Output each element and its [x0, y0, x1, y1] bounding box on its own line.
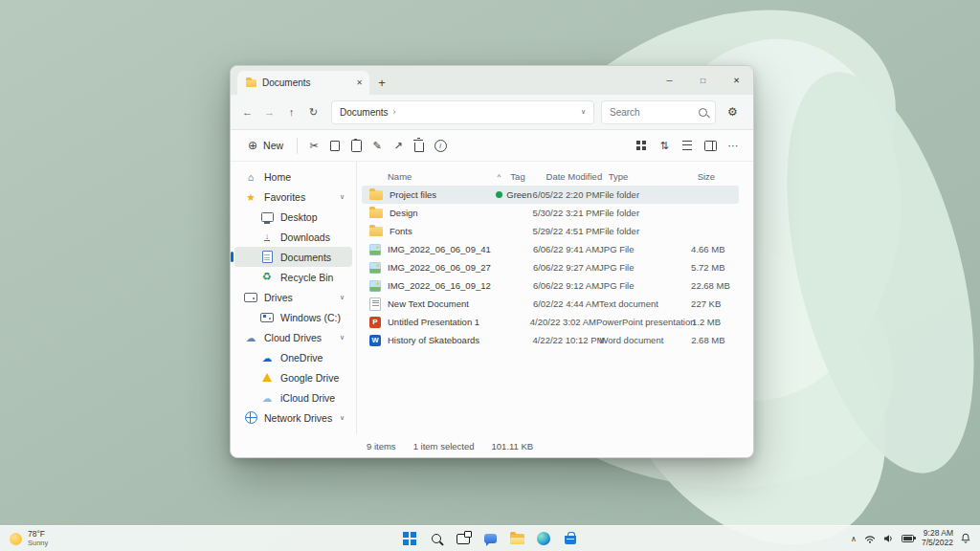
status-selected-size: 101.11 KB: [492, 441, 534, 452]
delete-button[interactable]: [409, 134, 430, 157]
address-bar[interactable]: Documents › ∨: [331, 100, 594, 124]
status-selected-count: 1 item selected: [413, 441, 475, 452]
panel-icon: [704, 141, 717, 151]
taskbar-clock[interactable]: 9:28 AM 7/5/2022: [922, 529, 953, 548]
see-more-button[interactable]: ⋯: [723, 134, 744, 157]
file-explorer-icon: [510, 534, 524, 544]
file-row[interactable]: WHistory of Skateboards 4/22/22 10:12 PM…: [362, 331, 739, 349]
folder-icon: [369, 227, 383, 236]
file-row[interactable]: Fonts 5/29/22 4:51 PM File folder: [362, 222, 739, 240]
column-tag[interactable]: Tag: [510, 171, 546, 182]
sidebar-item-downloads[interactable]: ↓ Downloads: [234, 227, 352, 247]
text-file-icon: [369, 298, 381, 311]
rename-icon: ✎: [372, 140, 381, 152]
select-button[interactable]: [631, 134, 652, 157]
file-explorer-button[interactable]: [508, 530, 525, 547]
file-row[interactable]: IMG_2022_06_06_09_41 6/06/22 9:41 AM JPG…: [362, 240, 739, 258]
file-row[interactable]: IMG_2022_06_06_09_27 6/06/22 9:27 AM JPG…: [362, 258, 739, 276]
sidebar-section-drives[interactable]: Drives ∨: [234, 287, 352, 307]
copy-button[interactable]: [324, 134, 345, 157]
window-body: ⌂ Home ★ Favorites ∨ Desktop ↓ Downloads…: [231, 162, 753, 434]
wifi-icon[interactable]: [864, 530, 876, 547]
file-row[interactable]: Design 5/30/22 3:21 PM File folder: [362, 204, 739, 222]
new-button[interactable]: ⊕ New: [240, 134, 291, 157]
tab-documents[interactable]: Documents ✕: [237, 71, 369, 95]
sidebar-item-windows-c[interactable]: Windows (C:): [234, 307, 352, 327]
column-date-modified[interactable]: Date Modified: [546, 171, 609, 182]
sidebar-item-documents[interactable]: Documents: [234, 247, 352, 267]
powerpoint-file-icon: P: [369, 317, 381, 328]
volume-icon[interactable]: [883, 530, 894, 547]
refresh-button[interactable]: ↻: [302, 101, 324, 123]
file-row[interactable]: Project files Green 6/05/22 2:20 PM File…: [362, 186, 739, 204]
details-pane-button[interactable]: [700, 134, 721, 157]
notification-bell-icon[interactable]: [961, 530, 970, 547]
settings-button[interactable]: ⚙: [722, 101, 744, 123]
sidebar-item-google-drive[interactable]: Google Drive: [234, 367, 352, 387]
sidebar-item-recycle-bin[interactable]: ♻ Recycle Bin: [234, 267, 352, 287]
folder-icon: [369, 190, 383, 200]
tray-chevron-up-icon[interactable]: ∧: [851, 535, 857, 543]
sort-button[interactable]: ⇅: [654, 134, 675, 157]
column-name[interactable]: Name ^: [369, 171, 510, 182]
new-tab-button[interactable]: +: [369, 71, 394, 95]
grid-icon: [636, 141, 640, 144]
cut-button[interactable]: ✂: [303, 134, 324, 157]
share-icon: ↗: [393, 140, 402, 152]
clock-date: 7/5/2022: [922, 539, 953, 548]
properties-button[interactable]: i: [430, 134, 451, 157]
rename-button[interactable]: ✎: [367, 134, 388, 157]
chat-button[interactable]: [481, 530, 499, 547]
maximize-button[interactable]: □: [686, 66, 720, 94]
start-button[interactable]: [401, 530, 418, 547]
tab-close-button[interactable]: ✕: [356, 78, 363, 87]
file-row[interactable]: New Text Document 6/02/22 4:44 AM Text d…: [362, 295, 739, 313]
column-type[interactable]: Type: [609, 171, 698, 182]
file-row[interactable]: PUntitled Presentation 1 4/20/22 3:02 AM…: [362, 313, 739, 331]
sidebar-item-onedrive[interactable]: ☁ OneDrive: [234, 347, 352, 367]
task-view-button[interactable]: [455, 530, 472, 547]
battery-icon[interactable]: [902, 535, 914, 542]
copy-icon: [330, 141, 340, 151]
sort-icon: ⇅: [659, 140, 668, 152]
chevron-down-icon[interactable]: ∨: [340, 414, 345, 422]
store-button[interactable]: [562, 530, 579, 547]
chat-icon: [484, 534, 497, 543]
weather-widget[interactable]: 78°F Sunny: [10, 530, 48, 547]
view-button[interactable]: [677, 134, 698, 157]
sidebar-section-favorites[interactable]: ★ Favorites ∨: [234, 187, 352, 207]
share-button[interactable]: ↗: [388, 134, 409, 157]
forward-button[interactable]: →: [258, 101, 280, 123]
icloud-icon: ☁: [260, 391, 274, 405]
star-icon: ★: [244, 190, 257, 204]
search-input[interactable]: Search: [601, 100, 716, 124]
breadcrumb[interactable]: Documents: [340, 107, 389, 118]
sort-ascending-icon: ^: [498, 172, 501, 181]
minimize-button[interactable]: ─: [653, 66, 686, 94]
sidebar-item-desktop[interactable]: Desktop: [234, 207, 352, 227]
file-row[interactable]: IMG_2022_06_16_09_12 6/06/22 9:12 AM JPG…: [362, 276, 739, 295]
image-file-icon: [369, 280, 381, 292]
sidebar-item-home[interactable]: ⌂ Home: [234, 166, 352, 187]
taskbar-search-button[interactable]: [428, 530, 445, 547]
drive-icon: [244, 293, 257, 302]
sun-icon: [10, 533, 22, 545]
sidebar-section-network-drives[interactable]: Network Drives ∨: [234, 408, 352, 428]
up-button[interactable]: ↑: [280, 101, 302, 123]
edge-button[interactable]: [535, 530, 552, 547]
column-size[interactable]: Size: [698, 171, 744, 182]
paste-button[interactable]: [345, 134, 367, 157]
windows-drive-icon: [260, 313, 274, 322]
search-icon: [432, 534, 441, 543]
close-button[interactable]: ✕: [720, 66, 753, 94]
chevron-down-icon[interactable]: ∨: [340, 334, 345, 342]
weather-condition: Sunny: [28, 540, 48, 547]
image-file-icon: [369, 244, 381, 255]
chevron-down-icon[interactable]: ∨: [340, 294, 345, 301]
sidebar-item-icloud-drive[interactable]: ☁ iCloud Drive: [234, 387, 352, 408]
chevron-down-icon[interactable]: ∨: [340, 193, 345, 201]
sidebar: ⌂ Home ★ Favorites ∨ Desktop ↓ Downloads…: [231, 162, 357, 434]
sidebar-section-cloud-drives[interactable]: ☁ Cloud Drives ∨: [234, 327, 352, 347]
address-dropdown-icon[interactable]: ∨: [581, 108, 586, 116]
back-button[interactable]: ←: [236, 101, 258, 123]
